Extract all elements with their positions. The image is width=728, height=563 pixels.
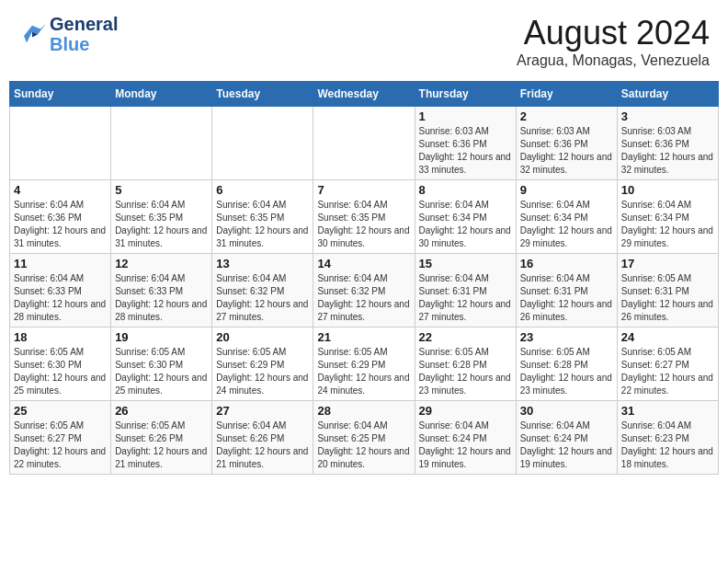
day-info: Sunrise: 6:04 AMSunset: 6:34 PMDaylight:…	[621, 199, 714, 250]
day-number: 24	[621, 330, 714, 344]
calendar-cell: 30Sunrise: 6:04 AMSunset: 6:24 PMDayligh…	[516, 401, 617, 475]
calendar-cell: 17Sunrise: 6:05 AMSunset: 6:31 PMDayligh…	[617, 254, 718, 327]
day-info: Sunrise: 6:04 AMSunset: 6:25 PMDaylight:…	[317, 419, 410, 471]
day-number: 17	[621, 257, 714, 270]
day-number: 4	[14, 183, 107, 197]
day-info: Sunrise: 6:03 AMSunset: 6:36 PMDaylight:…	[419, 125, 512, 177]
day-info: Sunrise: 6:05 AMSunset: 6:29 PMDaylight:…	[317, 346, 410, 397]
day-info: Sunrise: 6:04 AMSunset: 6:33 PMDaylight:…	[14, 272, 107, 324]
day-number: 28	[317, 404, 410, 418]
day-number: 13	[216, 257, 309, 270]
calendar-week-4: 18Sunrise: 6:05 AMSunset: 6:30 PMDayligh…	[10, 327, 719, 401]
page-header: General Blue August 2024 Aragua, Monagas…	[9, 9, 719, 74]
day-number: 26	[115, 404, 208, 418]
day-info: Sunrise: 6:05 AMSunset: 6:30 PMDaylight:…	[115, 346, 208, 397]
day-number: 9	[520, 183, 613, 197]
day-info: Sunrise: 6:04 AMSunset: 6:35 PMDaylight:…	[317, 199, 410, 250]
day-info: Sunrise: 6:04 AMSunset: 6:34 PMDaylight:…	[520, 199, 613, 250]
day-number: 30	[520, 404, 613, 418]
weekday-header-thursday: Thursday	[415, 82, 516, 107]
day-info: Sunrise: 6:05 AMSunset: 6:26 PMDaylight:…	[115, 419, 208, 471]
logo-text-block: General Blue	[50, 14, 118, 54]
calendar-cell: 22Sunrise: 6:05 AMSunset: 6:28 PMDayligh…	[415, 327, 516, 401]
day-number: 2	[520, 109, 613, 123]
weekday-header-monday: Monday	[111, 82, 212, 107]
logo-icon	[18, 21, 46, 47]
day-number: 16	[520, 257, 613, 270]
day-number: 12	[115, 257, 208, 270]
calendar-week-5: 25Sunrise: 6:05 AMSunset: 6:27 PMDayligh…	[10, 401, 719, 475]
weekday-header-tuesday: Tuesday	[212, 82, 313, 107]
day-info: Sunrise: 6:04 AMSunset: 6:33 PMDaylight:…	[115, 272, 208, 324]
day-info: Sunrise: 6:05 AMSunset: 6:27 PMDaylight:…	[621, 346, 714, 397]
day-info: Sunrise: 6:05 AMSunset: 6:31 PMDaylight:…	[621, 272, 714, 324]
calendar-cell: 9Sunrise: 6:04 AMSunset: 6:34 PMDaylight…	[516, 180, 617, 254]
day-info: Sunrise: 6:04 AMSunset: 6:32 PMDaylight:…	[317, 272, 410, 324]
day-info: Sunrise: 6:03 AMSunset: 6:36 PMDaylight:…	[621, 125, 714, 177]
day-number: 8	[419, 183, 512, 197]
day-number: 14	[317, 257, 410, 270]
weekday-header-sunday: Sunday	[10, 82, 111, 107]
day-number: 22	[419, 330, 512, 344]
calendar-week-2: 4Sunrise: 6:04 AMSunset: 6:36 PMDaylight…	[10, 180, 719, 254]
day-info: Sunrise: 6:04 AMSunset: 6:35 PMDaylight:…	[216, 199, 309, 250]
calendar-cell: 4Sunrise: 6:04 AMSunset: 6:36 PMDaylight…	[10, 180, 111, 254]
day-number: 1	[419, 109, 512, 123]
day-number: 31	[621, 404, 714, 418]
weekday-header-row: SundayMondayTuesdayWednesdayThursdayFrid…	[10, 82, 719, 107]
calendar-cell: 20Sunrise: 6:05 AMSunset: 6:29 PMDayligh…	[212, 327, 313, 401]
day-info: Sunrise: 6:04 AMSunset: 6:23 PMDaylight:…	[621, 419, 714, 471]
calendar-cell: 26Sunrise: 6:05 AMSunset: 6:26 PMDayligh…	[111, 401, 212, 475]
calendar-cell: 11Sunrise: 6:04 AMSunset: 6:33 PMDayligh…	[10, 254, 111, 327]
calendar-cell: 24Sunrise: 6:05 AMSunset: 6:27 PMDayligh…	[617, 327, 718, 401]
day-info: Sunrise: 6:05 AMSunset: 6:27 PMDaylight:…	[14, 419, 107, 471]
calendar-cell: 3Sunrise: 6:03 AMSunset: 6:36 PMDaylight…	[617, 107, 718, 180]
day-info: Sunrise: 6:04 AMSunset: 6:24 PMDaylight:…	[419, 419, 512, 471]
calendar-cell: 29Sunrise: 6:04 AMSunset: 6:24 PMDayligh…	[415, 401, 516, 475]
weekday-header-saturday: Saturday	[617, 82, 718, 107]
calendar-cell: 16Sunrise: 6:04 AMSunset: 6:31 PMDayligh…	[516, 254, 617, 327]
calendar-cell	[10, 107, 111, 180]
day-number: 23	[520, 330, 613, 344]
calendar-cell: 19Sunrise: 6:05 AMSunset: 6:30 PMDayligh…	[111, 327, 212, 401]
weekday-header-friday: Friday	[516, 82, 617, 107]
day-info: Sunrise: 6:03 AMSunset: 6:36 PMDaylight:…	[520, 125, 613, 177]
calendar-cell	[111, 107, 212, 180]
day-info: Sunrise: 6:05 AMSunset: 6:30 PMDaylight:…	[14, 346, 107, 397]
title-section: August 2024 Aragua, Monagas, Venezuela	[517, 14, 710, 69]
month-year: August 2024	[517, 14, 710, 52]
calendar-cell: 25Sunrise: 6:05 AMSunset: 6:27 PMDayligh…	[10, 401, 111, 475]
day-info: Sunrise: 6:05 AMSunset: 6:28 PMDaylight:…	[419, 346, 512, 397]
calendar-cell: 6Sunrise: 6:04 AMSunset: 6:35 PMDaylight…	[212, 180, 313, 254]
day-number: 10	[621, 183, 714, 197]
calendar-cell: 1Sunrise: 6:03 AMSunset: 6:36 PMDaylight…	[415, 107, 516, 180]
day-number: 7	[317, 183, 410, 197]
calendar-cell: 28Sunrise: 6:04 AMSunset: 6:25 PMDayligh…	[313, 401, 415, 475]
calendar-week-1: 1Sunrise: 6:03 AMSunset: 6:36 PMDaylight…	[10, 107, 719, 180]
calendar-cell: 18Sunrise: 6:05 AMSunset: 6:30 PMDayligh…	[10, 327, 111, 401]
day-info: Sunrise: 6:04 AMSunset: 6:36 PMDaylight:…	[14, 199, 107, 250]
day-info: Sunrise: 6:04 AMSunset: 6:24 PMDaylight:…	[520, 419, 613, 471]
day-number: 27	[216, 404, 309, 418]
calendar-cell: 21Sunrise: 6:05 AMSunset: 6:29 PMDayligh…	[313, 327, 415, 401]
calendar-cell: 5Sunrise: 6:04 AMSunset: 6:35 PMDaylight…	[111, 180, 212, 254]
day-number: 18	[14, 330, 107, 344]
day-info: Sunrise: 6:05 AMSunset: 6:28 PMDaylight:…	[520, 346, 613, 397]
calendar-cell: 2Sunrise: 6:03 AMSunset: 6:36 PMDaylight…	[516, 107, 617, 180]
day-number: 29	[419, 404, 512, 418]
logo: General Blue	[18, 14, 118, 54]
calendar-cell: 23Sunrise: 6:05 AMSunset: 6:28 PMDayligh…	[516, 327, 617, 401]
day-number: 15	[419, 257, 512, 270]
calendar-table: SundayMondayTuesdayWednesdayThursdayFrid…	[9, 81, 719, 475]
day-number: 25	[14, 404, 107, 418]
calendar-cell: 13Sunrise: 6:04 AMSunset: 6:32 PMDayligh…	[212, 254, 313, 327]
day-info: Sunrise: 6:04 AMSunset: 6:31 PMDaylight:…	[419, 272, 512, 324]
calendar-cell: 12Sunrise: 6:04 AMSunset: 6:33 PMDayligh…	[111, 254, 212, 327]
day-number: 5	[115, 183, 208, 197]
calendar-cell: 14Sunrise: 6:04 AMSunset: 6:32 PMDayligh…	[313, 254, 415, 327]
weekday-header-wednesday: Wednesday	[313, 82, 415, 107]
day-info: Sunrise: 6:04 AMSunset: 6:31 PMDaylight:…	[520, 272, 613, 324]
calendar-cell: 15Sunrise: 6:04 AMSunset: 6:31 PMDayligh…	[415, 254, 516, 327]
day-number: 19	[115, 330, 208, 344]
calendar-cell	[313, 107, 415, 180]
